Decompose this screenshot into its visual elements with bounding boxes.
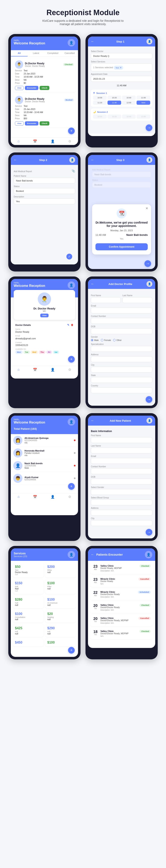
encounter-btn-1[interactable]: Encounter [25,86,38,90]
back-btn-6[interactable]: ← [91,282,94,286]
blood-input-8[interactable] [91,499,152,505]
add-service-fab[interactable]: + [68,647,75,654]
slot-1040[interactable]: 10:40 [122,96,136,100]
tab-latest[interactable]: Latest [28,50,45,56]
add-doctor-fab[interactable]: + [68,356,75,363]
nav5-home[interactable]: ⌂ [18,368,20,372]
first-name-input[interactable] [91,297,121,303]
cal5-icon: 📅 [33,368,37,372]
nav-user[interactable]: 👤 [51,140,55,143]
step2-content: Add Medical Report 📎 Patient Name Status… [11,165,78,265]
badge-1: Checked [63,63,74,66]
slot-1140[interactable]: 11:40 [108,101,121,105]
check-btn-2[interactable]: Check [39,121,49,125]
encounter-btn-2[interactable]: Encounter [25,121,38,125]
gender-input-8[interactable] [91,489,152,495]
delete-doctor-btn[interactable]: 🗑 [71,323,74,327]
date-input[interactable] [91,76,152,82]
nav7-home[interactable]: ⌂ [18,495,20,499]
back-btn-8[interactable]: ← [91,419,94,423]
services-input[interactable]: 1 Services selected Test ✕ [91,63,152,71]
description-input[interactable] [14,198,75,204]
nav7-calendar[interactable]: 📅 [33,495,37,499]
address-input-8[interactable] [91,510,152,516]
session2-block: 🌙 Session 2 10:00 10:20 10:40 11:00 [91,108,152,121]
enc-date-3: 22 nd [92,591,99,596]
nav7-settings[interactable]: ⚙ [68,495,71,499]
patient-name-input[interactable] [14,178,75,184]
slot2-1100[interactable]: 11:00 [137,115,150,119]
last-name-input[interactable] [122,297,152,303]
radio-male[interactable]: Male [91,339,99,341]
edit-doctor-btn[interactable]: ✎ [67,323,69,327]
status-input[interactable] [14,188,75,194]
remove-tag[interactable]: ✕ [120,66,121,69]
slot-1000[interactable]: 10:00 [93,96,107,100]
state-input[interactable] [91,377,152,383]
tab-all[interactable]: All [11,50,28,56]
doctor-input[interactable] [91,53,152,59]
day-tue: Tue [23,350,30,354]
screen-2: ← Step 1 👤 Select Doctor Select Services… [88,36,155,136]
service-card-12: $100 [45,639,76,647]
nav-calendar[interactable]: 📅 [33,140,37,143]
slot2-1000[interactable]: 10:00 [93,115,107,119]
contact-input-8[interactable] [91,468,152,474]
save-doctor-fab[interactable]: → [146,396,152,403]
city-input-8[interactable] [91,520,152,526]
email-input-8[interactable] [91,458,152,464]
email-input-6[interactable] [91,308,152,313]
specialization-input[interactable] [91,346,152,352]
dob-input-6[interactable] [91,328,152,334]
nav7-user[interactable]: 👤 [51,495,55,499]
enc-badge-1: Checked [139,564,150,567]
back-btn-3[interactable]: ← [14,158,17,162]
confirm-appointment-btn[interactable]: Confirm Appointment [95,243,148,250]
check-btn-1[interactable]: Check [39,86,49,90]
label-medical-report: Add Medical Report [14,170,32,173]
contact-input-6[interactable] [91,318,152,324]
modal-close-btn[interactable]: ✕ [145,206,148,210]
add-patient-fab[interactable]: + [68,483,75,490]
tab-completed[interactable]: Completed [45,50,61,56]
dob-input-8[interactable] [91,479,152,485]
nav-bar-8: ← Add New Patient 👤 [88,416,155,426]
doctor-name-field: Name Doctor Ready [16,328,74,333]
save-patient-fab[interactable]: → [146,529,152,535]
nav5-calendar[interactable]: 📅 [33,368,37,372]
slot2-1040[interactable]: 10:40 [122,115,136,119]
tab-cancelled[interactable]: Cancelled [61,50,78,56]
slot2-1020[interactable]: 10:20 [108,115,121,119]
nav-home[interactable]: ⌂ [18,140,20,143]
view-doctor-btn[interactable]: View [40,314,49,317]
country-input[interactable] [91,388,152,393]
lname-input-8[interactable] [91,447,152,454]
slot-1100[interactable]: 11:00 [137,96,150,100]
slot-next[interactable]: Next [137,101,150,105]
fab-add[interactable]: + [68,128,75,134]
back-btn-10[interactable]: ← [91,553,94,556]
next-fab[interactable]: → [146,124,152,131]
step2-complete-btn[interactable]: ✓ [66,254,72,259]
radio-female[interactable]: Female [101,339,111,341]
services-selected-text: 1 Services selected [93,66,113,69]
nav-settings[interactable]: ⚙ [68,140,71,143]
fname-input-8[interactable] [91,437,152,443]
step3-fab[interactable]: → [144,260,151,267]
gender-options: Male Female Other [91,339,152,341]
back-btn-4[interactable]: ← [91,158,94,162]
slot-1120[interactable]: 11:20 [93,101,107,105]
nav5-user[interactable]: 👤 [51,368,55,372]
home-icon: ⌂ [18,140,20,143]
back-btn-2[interactable]: ← [91,40,94,43]
list-item-1: 👩 All-American Quinoga 02233434355 n/a [11,434,78,447]
slot-1020[interactable]: 10:20 [108,96,121,100]
address-input[interactable] [91,356,152,362]
city-input[interactable] [91,367,152,372]
slot-1200[interactable]: 12:00 [122,101,136,105]
radio-other[interactable]: Other [113,339,121,341]
nav5-settings[interactable]: ⚙ [68,368,71,372]
view-btn-1[interactable]: View [15,86,24,90]
upload-icon[interactable]: 📎 [72,169,75,173]
view-btn-2[interactable]: View [15,121,24,125]
